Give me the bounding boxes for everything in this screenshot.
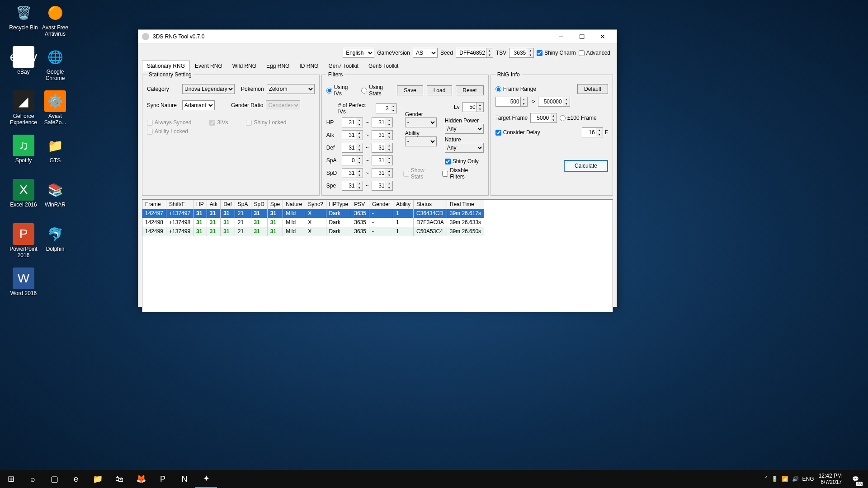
tab-gen7-toolkit[interactable]: Gen7 Toolkit xyxy=(323,61,363,71)
always-synced-checkbox: Always Synced xyxy=(147,119,191,126)
def-lo-input[interactable] xyxy=(342,143,356,153)
tab-id-rng[interactable]: ID RNG xyxy=(294,61,323,71)
tab-egg-rng[interactable]: Egg RNG xyxy=(261,61,294,71)
desktop-icon-powerpoint[interactable]: PPowerPoint 2016 xyxy=(6,223,41,258)
advanced-checkbox[interactable]: Advanced xyxy=(579,50,610,56)
titlebar[interactable]: 3DS RNG Tool v0.7.0 ─ ☐ ✕ xyxy=(138,30,617,43)
lv-input[interactable] xyxy=(462,102,477,112)
gameversion-select[interactable]: AS xyxy=(413,48,438,58)
sound-icon[interactable]: 🔊 xyxy=(792,476,799,482)
nature-select[interactable]: Any xyxy=(445,143,484,153)
desktop-icon-word[interactable]: WWord 2016 xyxy=(6,267,41,296)
taskbar-store[interactable]: 🛍 xyxy=(108,470,130,488)
hp-lo-input[interactable] xyxy=(342,117,356,127)
results-table[interactable]: FrameShift/FHPAtkDefSpASpDSpeNatureSync?… xyxy=(142,199,613,312)
tray-up-icon[interactable]: ˄ xyxy=(765,476,768,482)
save-button[interactable]: Save xyxy=(397,85,423,95)
default-button[interactable]: Default xyxy=(577,84,608,94)
desktop-icon-ebay[interactable]: ebayeBay xyxy=(6,46,41,75)
app-icon xyxy=(142,33,149,40)
seed-input[interactable] xyxy=(456,48,486,58)
considerdelay-checkbox[interactable]: Consider Delay xyxy=(495,129,540,136)
desktop-icon-avast-safe[interactable]: ⚙️Avast SafeZo... xyxy=(38,90,72,126)
framerange-radio[interactable]: Frame Range xyxy=(495,86,536,92)
clock[interactable]: 12:42 PM 6/7/2017 xyxy=(819,473,842,485)
shinycharm-checkbox[interactable]: Shiny Charm xyxy=(537,50,576,56)
spd-hi-input[interactable] xyxy=(372,168,386,178)
seed-spinner[interactable]: ▲▼ xyxy=(486,48,493,58)
targetframe-input[interactable] xyxy=(530,113,550,123)
taskbar-pandora[interactable]: P xyxy=(152,470,174,488)
syncnature-select[interactable]: Adamant xyxy=(182,100,215,110)
reset-button[interactable]: Reset xyxy=(456,85,483,95)
gender-select[interactable]: - xyxy=(405,117,437,127)
maximize-button[interactable]: ☐ xyxy=(571,30,592,43)
hp-hi-input[interactable] xyxy=(372,117,386,127)
desktop-icon-dolphin[interactable]: 🐬Dolphin xyxy=(38,223,72,252)
using-ivs-radio[interactable]: Using IVs xyxy=(326,84,355,97)
wifi-icon[interactable]: 📶 xyxy=(782,476,788,482)
app-title: 3DS RNG Tool v0.7.0 xyxy=(153,33,551,40)
category-select[interactable]: Unova Legendary xyxy=(182,84,235,94)
desktop-icon-geforce[interactable]: ◢GeForce Experience xyxy=(6,90,41,126)
hiddenpower-select[interactable]: Any xyxy=(445,124,484,134)
desktop-icon-excel[interactable]: XExcel 2016 xyxy=(6,179,41,208)
tab-stationary-rng[interactable]: Stationary RNG xyxy=(142,61,190,71)
minimize-button[interactable]: ─ xyxy=(551,30,571,43)
load-button[interactable]: Load xyxy=(427,85,453,95)
using-stats-radio[interactable]: Using Stats xyxy=(361,84,394,97)
taskbar-netflix[interactable]: N xyxy=(174,470,195,488)
atk-hi-input[interactable] xyxy=(372,130,386,140)
desktop-icon-winrar[interactable]: 📚WinRAR xyxy=(38,179,72,208)
rnginfo-panel: RNG Info Frame Range Default ▲▼ -> ▲▼ Ta… xyxy=(491,71,613,196)
shinyonly-checkbox[interactable]: Shiny Only xyxy=(445,158,484,164)
calculate-button[interactable]: Calculate xyxy=(564,160,608,172)
taskbar-taskview[interactable]: ▢ xyxy=(43,470,65,488)
spa-hi-input[interactable] xyxy=(372,155,386,165)
desktop-icon-gts[interactable]: 📁GTS xyxy=(38,135,72,164)
taskbar-firefox[interactable]: 🦊 xyxy=(130,470,152,488)
def-hi-input[interactable] xyxy=(372,143,386,153)
disablefilters-checkbox[interactable]: Disable Filters xyxy=(442,167,484,180)
taskbar-explorer[interactable]: 📁 xyxy=(87,470,108,488)
language-indicator[interactable]: ENG xyxy=(802,476,814,482)
tab-gen6-toolkit[interactable]: Gen6 Toolkit xyxy=(363,61,404,71)
gameversion-label: GameVersion xyxy=(377,50,410,56)
perfect-ivs-input[interactable] xyxy=(376,103,390,113)
desktop-icon-recycle-bin[interactable]: 🗑️Recycle Bin xyxy=(6,2,41,31)
spe-lo-input[interactable] xyxy=(342,181,356,191)
taskbar-app[interactable]: ✦ xyxy=(195,470,217,488)
range-hi-input[interactable] xyxy=(538,97,563,107)
close-button[interactable]: ✕ xyxy=(592,30,613,43)
spd-lo-input[interactable] xyxy=(342,168,356,178)
taskbar-search[interactable]: ⌕ xyxy=(22,470,43,488)
seed-label: Seed xyxy=(440,50,453,56)
spe-hi-input[interactable] xyxy=(372,181,386,191)
pokemon-select[interactable]: Zekrom xyxy=(267,84,315,94)
taskbar-start[interactable]: ⊞ xyxy=(0,470,22,488)
tsv-label: TSV xyxy=(496,50,506,56)
desktop-icon-avast[interactable]: 🟠Avast Free Antivirus xyxy=(38,2,72,37)
range-lo-input[interactable] xyxy=(495,97,521,107)
table-row[interactable]: 142498+137498313131213131MildXDark3635-1… xyxy=(142,218,484,227)
desktop-icon-chrome[interactable]: 🌐Google Chrome xyxy=(38,46,72,81)
taskbar: ⊞⌕▢e📁🛍🦊PN✦ ˄ 🔋 📶 🔊 ENG 12:42 PM 6/7/2017… xyxy=(0,470,868,488)
table-row[interactable]: 142499+137499313131213131MildXDark3635-1… xyxy=(142,227,484,236)
battery-icon[interactable]: 🔋 xyxy=(771,476,778,482)
tab-event-rng[interactable]: Event RNG xyxy=(190,61,227,71)
ability-select[interactable]: - xyxy=(405,136,437,146)
table-row[interactable]: 142497+137497313131213131MildXDark3635-1… xyxy=(142,209,484,218)
delay-input[interactable] xyxy=(582,127,596,137)
abilitylocked-checkbox: Ability Locked xyxy=(147,128,188,135)
language-select[interactable]: English xyxy=(343,48,374,58)
tsv-spinner[interactable]: ▲▼ xyxy=(527,48,534,58)
notifications-icon[interactable]: 💬23 xyxy=(846,470,864,488)
taskbar-edge[interactable]: e xyxy=(65,470,87,488)
atk-lo-input[interactable] xyxy=(342,130,356,140)
desktop-icon-spotify[interactable]: ♫Spotify xyxy=(6,135,41,164)
tab-wild-rng[interactable]: Wild RNG xyxy=(227,61,261,71)
tray[interactable]: ˄ 🔋 📶 🔊 ENG xyxy=(765,476,814,482)
spa-lo-input[interactable] xyxy=(342,155,356,165)
tsv-input[interactable] xyxy=(509,48,527,58)
pm100-radio[interactable]: ±100 Frame xyxy=(560,115,597,121)
